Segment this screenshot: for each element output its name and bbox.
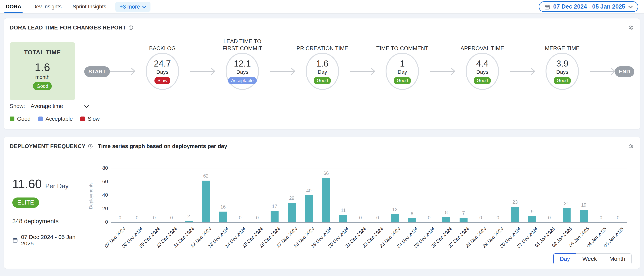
total-deployments-text: 348 deployments <box>12 218 89 225</box>
bar-value-label: 0 <box>369 215 386 220</box>
performance-tier-badge: ELITE <box>12 198 39 208</box>
info-icon[interactable] <box>128 25 134 30</box>
bar-slot: 29 <box>283 169 300 222</box>
bar-slot: 0 <box>610 169 627 222</box>
legend-item-slow: Slow <box>80 116 100 122</box>
flow-arrow <box>190 71 215 72</box>
bar-slot: 8 <box>438 169 455 222</box>
bar-value-label: 40 <box>300 188 318 194</box>
bar <box>460 218 468 222</box>
flow-chain: STARTBACKLOG24.7DaysSlowLEAD TIME TO FIR… <box>84 35 634 90</box>
legend-label: Slow <box>88 116 100 122</box>
granularity-week[interactable]: Week <box>576 253 603 264</box>
flow-node-circle: 24.7DaysSlow <box>146 53 179 90</box>
tab-dev-insights[interactable]: Dev Insights <box>32 0 62 13</box>
bar <box>339 215 347 222</box>
flow-node-label: TIME TO COMMENT <box>376 35 428 53</box>
chevron-down-icon <box>142 6 146 8</box>
flow-arrow <box>590 71 615 72</box>
y-axis-label: Deployments <box>88 182 94 209</box>
chevron-down-icon <box>84 105 89 108</box>
bar-value-label: 19 <box>575 202 592 208</box>
bar-value-label: 0 <box>163 215 180 220</box>
granularity-toggle: DayWeekMonth <box>10 253 634 264</box>
granularity-month[interactable]: Month <box>603 253 632 264</box>
bar-slot: 2 <box>180 169 197 222</box>
flow-node-label: PR CREATION TIME <box>296 35 348 53</box>
legend-label: Good <box>17 116 30 122</box>
bar-value-label: 0 <box>249 215 266 220</box>
flow-arrow <box>270 71 295 72</box>
flow-node-unit: Day <box>398 69 407 75</box>
bar-slot: 6 <box>404 169 421 222</box>
flow-node-approval-time: APPROVAL TIME4.4DaysGood <box>455 35 510 90</box>
legend-swatch <box>38 116 43 121</box>
show-selected-value: Average time <box>31 103 63 109</box>
nav-tabs: DORADev InsightsSprint Insights <box>6 0 106 13</box>
more-tabs-chip[interactable]: +3 more <box>115 2 150 12</box>
bar <box>270 211 278 222</box>
status-legend: GoodAcceptableSlow <box>10 116 634 122</box>
tab-sprint-insights[interactable]: Sprint Insights <box>73 0 106 13</box>
flow-node-merge-time: MERGE TIME3.9DaysGood <box>535 35 590 90</box>
flow-node-value: 12.1 <box>234 58 251 69</box>
bar-slot: 0 <box>232 169 249 222</box>
y-axis-tick: 60 <box>99 179 108 185</box>
tab-dora[interactable]: DORA <box>6 0 21 13</box>
chart-subtitle: Time series graph based on deployments p… <box>98 143 227 150</box>
flow-arrow <box>350 71 375 72</box>
y-axis-tick: 20 <box>99 206 108 212</box>
deployment-stats-panel: 11.60 Per Day ELITE 348 deployments 07 D… <box>10 156 89 252</box>
chart-settings-sliders-icon[interactable] <box>628 24 634 31</box>
bar-value-label: 0 <box>352 215 369 220</box>
bar-value-label: 0 <box>541 215 558 220</box>
bar-slot: 19 <box>575 169 592 222</box>
date-range-label: 07 Dec 2024 - 05 Jan 2025 <box>553 3 625 10</box>
flow-node-value: 1.6 <box>316 58 328 69</box>
show-metric-dropdown[interactable]: Show: Average time <box>10 103 89 109</box>
granularity-day[interactable]: Day <box>553 253 576 264</box>
deployment-card-title: DEPLOYMENT FREQUENCY <box>10 143 93 150</box>
bar <box>391 214 399 222</box>
bar <box>184 221 192 222</box>
flow-node-status-badge: Good <box>314 77 331 84</box>
chart-settings-sliders-icon[interactable] <box>628 143 634 150</box>
date-range-picker[interactable]: 07 Dec 2024 - 05 Jan 2025 <box>539 1 638 12</box>
bar-value-label: 6 <box>404 211 421 216</box>
bar-value-label: 0 <box>610 215 627 220</box>
flow-node-circle: 1DayGood <box>386 53 419 90</box>
legend-swatch <box>80 116 85 121</box>
bar-value-label: 9 <box>524 209 541 214</box>
bar-value-label: 0 <box>112 215 129 220</box>
flow-node-label: MERGE TIME <box>545 35 580 53</box>
bar-slot: 66 <box>318 169 335 222</box>
bar-value-label: 0 <box>592 215 610 220</box>
bar-slot: 0 <box>489 169 506 222</box>
total-time-status-badge: Good <box>33 82 52 90</box>
bar-value-label: 21 <box>558 201 575 206</box>
bar-value-label: 66 <box>318 171 335 176</box>
info-icon[interactable] <box>88 144 93 149</box>
flow-node-status-badge: Slow <box>154 77 170 84</box>
flow-node-status-badge: Good <box>474 77 491 84</box>
bar <box>580 210 588 222</box>
flow-node-unit: Day <box>318 69 327 75</box>
bar <box>305 195 313 222</box>
bar-value-label: 11 <box>335 208 352 213</box>
bar-slot: 9 <box>524 169 541 222</box>
flow-node-value: 4.4 <box>476 58 488 69</box>
flow-node-time-to-comment: TIME TO COMMENT1DayGood <box>375 35 430 90</box>
top-navigation-bar: DORADev InsightsSprint Insights +3 more … <box>0 0 644 14</box>
chevron-down-icon <box>628 6 633 9</box>
bar <box>322 178 330 222</box>
bar-slot: 12 <box>386 169 404 222</box>
deployments-bar-chart: Deployments 0000262160017294066110012608… <box>89 156 634 252</box>
deployment-rate-value: 11.60 <box>12 177 42 191</box>
bar-slot: 0 <box>112 169 129 222</box>
bar <box>562 208 570 222</box>
chart-bars: 0000262160017294066110012608700239021190… <box>112 169 627 222</box>
bar-value-label: 12 <box>386 207 404 212</box>
flow-node-status-badge: Acceptable <box>228 77 257 84</box>
bar-slot: 11 <box>335 169 352 222</box>
bar-slot: 0 <box>163 169 180 222</box>
